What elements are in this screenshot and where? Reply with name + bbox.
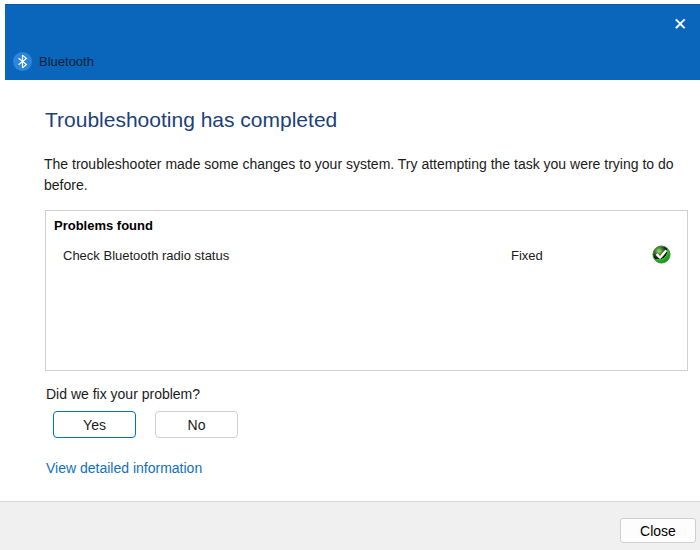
answer-buttons: Yes No <box>53 411 238 438</box>
problems-found-panel: Problems found Check Bluetooth radio sta… <box>45 210 688 371</box>
yes-button[interactable]: Yes <box>53 411 136 438</box>
window-header: ✕ Bluetooth <box>5 4 700 80</box>
page-description: The troubleshooter made some changes to … <box>44 154 684 196</box>
bluetooth-icon <box>13 52 32 71</box>
dialog-footer: Close <box>0 501 700 550</box>
view-detailed-information-link[interactable]: View detailed information <box>46 460 202 476</box>
problem-name: Check Bluetooth radio status <box>63 248 229 263</box>
app-title: Bluetooth <box>39 54 94 69</box>
fix-question-label: Did we fix your problem? <box>46 386 200 402</box>
page-title: Troubleshooting has completed <box>45 108 337 132</box>
no-button[interactable]: No <box>155 411 238 438</box>
dialog-content: Troubleshooting has completed The troubl… <box>0 81 700 501</box>
close-window-icon[interactable]: ✕ <box>667 11 693 37</box>
problems-found-header: Problems found <box>54 218 153 233</box>
fixed-check-icon <box>652 245 671 264</box>
table-row: Check Bluetooth radio status Fixed <box>46 245 687 267</box>
close-button[interactable]: Close <box>620 518 696 543</box>
problem-status: Fixed <box>511 248 543 263</box>
app-title-row: Bluetooth <box>13 52 94 71</box>
